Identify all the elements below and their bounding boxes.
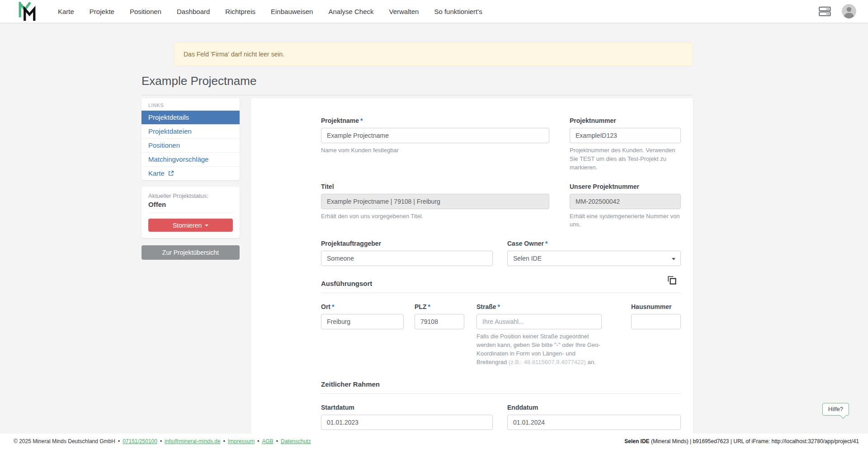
status-value: Offen	[148, 201, 233, 208]
sidebar-item-label: Karte	[148, 169, 165, 177]
status-divider	[148, 213, 233, 213]
required-marker: *	[332, 303, 334, 310]
ort-input[interactable]	[321, 314, 404, 329]
case-owner-value: Selen IDE	[513, 255, 542, 262]
projektname-input[interactable]	[321, 128, 549, 143]
nav-item-richtpreis[interactable]: Richtpreis	[225, 8, 255, 15]
sidebar-item-karte[interactable]: Karte	[142, 166, 240, 180]
sidebar-item-label: Projektdetails	[148, 113, 189, 121]
footer-separator: •	[118, 438, 120, 444]
label-text: Projektname	[321, 117, 359, 124]
cancel-project-button[interactable]: Stornieren	[148, 219, 233, 232]
sidebar-item-label: Positionen	[148, 141, 180, 149]
enddatum-input[interactable]	[507, 415, 681, 430]
status-label: Aktueller Projektstatus:	[148, 192, 233, 199]
required-marker: *	[360, 117, 363, 124]
section-divider	[321, 393, 681, 394]
projektnummer-input[interactable]	[570, 128, 681, 143]
label-text: Case Owner	[507, 240, 544, 247]
titel-input	[321, 194, 549, 209]
sidebar: LINKS Projektdetails Projektdateien Posi…	[142, 98, 240, 260]
zeitlicher-rahmen-section-title: Zeitlicher Rahmen	[321, 380, 380, 388]
page-title: Example Projectname	[142, 74, 693, 88]
projektauftraggeber-input[interactable]	[321, 251, 493, 266]
startdatum-input[interactable]	[321, 415, 493, 430]
nav-item-einbauweisen[interactable]: Einbauweisen	[271, 8, 313, 15]
unsere-projektnummer-label: Unsere Projektnummer	[570, 183, 681, 190]
sidebar-item-positionen[interactable]: Positionen	[142, 138, 240, 152]
footer-separator: •	[223, 438, 225, 444]
project-details-form: Projektname* Name vom Kunden festlegbar …	[251, 98, 693, 446]
strasse-helper: Falls die Position keiner Straße zugeord…	[476, 332, 602, 366]
required-marker: *	[498, 303, 500, 310]
sidebar-item-matchingvorschlaege[interactable]: Matchingvorschläge	[142, 152, 240, 166]
user-avatar-icon[interactable]	[842, 4, 856, 19]
footer-session-rest: (Mineral Minds) | b91695ed7623 | URL of …	[650, 438, 859, 444]
plz-input[interactable]	[415, 314, 464, 329]
sidebar-item-projektdetails[interactable]: Projektdetails	[142, 110, 240, 124]
footer-separator: •	[276, 438, 278, 444]
label-text: PLZ	[415, 303, 426, 310]
links-card: LINKS Projektdetails Projektdateien Posi…	[142, 98, 240, 180]
footer-agb-link[interactable]: AGB	[262, 438, 273, 444]
footer-datenschutz-link[interactable]: Datenschutz	[281, 438, 311, 444]
footer-session-info: Selen IDE (Mineral Minds) | b91695ed7623…	[624, 438, 859, 444]
titel-label: Titel	[321, 183, 549, 190]
footer-copyright: © 2025 Mineral Minds Deutschland GmbH	[14, 438, 115, 444]
chevron-down-icon	[205, 224, 208, 226]
sidebar-item-projektdateien[interactable]: Projektdateien	[142, 124, 240, 138]
main-nav: Karte Projekte Positionen Dashboard Rich…	[58, 8, 482, 15]
projektname-label: Projektname*	[321, 117, 549, 124]
nav-item-dashboard[interactable]: Dashboard	[177, 8, 210, 15]
titel-helper: Erhält den von uns vorgegebenen Titel.	[321, 212, 549, 221]
unsere-projektnummer-helper: Erhält eine systemgenerierte Nummer von …	[570, 212, 681, 229]
footer-phone-link[interactable]: 07151/250100	[123, 438, 157, 444]
nav-item-karte[interactable]: Karte	[58, 8, 74, 15]
sidebar-item-label: Matchingvorschläge	[148, 155, 208, 163]
plz-label: PLZ*	[415, 303, 464, 310]
cancel-project-label: Stornieren	[173, 222, 202, 229]
help-button[interactable]: Hilfe?	[822, 403, 849, 416]
footer-separator: •	[160, 438, 162, 444]
mineral-minds-logo[interactable]	[18, 2, 36, 21]
title-divider	[142, 95, 693, 95]
helper-suffix: an.	[586, 359, 596, 365]
projektnummer-label: Projektnummer	[570, 117, 681, 124]
chevron-down-icon	[672, 258, 675, 260]
project-overview-button[interactable]: Zur Projektübersicht	[142, 245, 240, 260]
required-marker: *	[428, 303, 430, 310]
hausnummer-input[interactable]	[631, 314, 681, 329]
nav-item-analyse-check[interactable]: Analyse Check	[328, 8, 373, 15]
footer-impressum-link[interactable]: Impressum	[228, 438, 255, 444]
label-text: Straße	[476, 303, 496, 310]
hausnummer-label: Hausnummer	[631, 303, 681, 310]
case-owner-label: Case Owner*	[507, 240, 681, 247]
required-marker: *	[545, 240, 547, 247]
projektnummer-helper: Projektnummer des Kunden. Verwenden Sie …	[570, 146, 681, 172]
helper-example: (z.B.: 48.8115607,9.4077422)	[509, 359, 586, 365]
external-link-icon	[168, 170, 174, 176]
case-owner-select[interactable]: Selen IDE	[507, 251, 681, 266]
projektname-helper: Name vom Kunden festlegbar	[321, 146, 549, 155]
validation-alert: Das Feld 'Firma' darf nicht leer sein.	[174, 42, 693, 66]
footer-separator: •	[257, 438, 259, 444]
label-text: Ort	[321, 303, 330, 310]
footer-email-link[interactable]: info@mineral-minds.de	[165, 438, 221, 444]
startdatum-label: Startdatum	[321, 404, 493, 411]
sidebar-item-label: Projektdateien	[148, 127, 192, 135]
nav-item-projekte[interactable]: Projekte	[90, 8, 114, 15]
footer: © 2025 Mineral Minds Deutschland GmbH • …	[0, 434, 868, 449]
copy-icon[interactable]	[668, 276, 676, 286]
footer-user: Selen IDE	[624, 438, 649, 444]
strasse-input[interactable]	[476, 314, 602, 329]
ort-label: Ort*	[321, 303, 404, 310]
project-status-card: Aktueller Projektstatus: Offen Storniere…	[142, 187, 240, 238]
nav-item-positionen[interactable]: Positionen	[130, 8, 161, 15]
section-divider	[321, 293, 681, 293]
top-navbar: Karte Projekte Positionen Dashboard Rich…	[0, 0, 868, 23]
nav-item-so-funktionierts[interactable]: So funktioniert's	[434, 8, 482, 15]
server-icon[interactable]	[819, 6, 831, 17]
strasse-label: Straße*	[476, 303, 602, 310]
nav-item-verwalten[interactable]: Verwalten	[389, 8, 419, 15]
unsere-projektnummer-input	[570, 194, 681, 209]
